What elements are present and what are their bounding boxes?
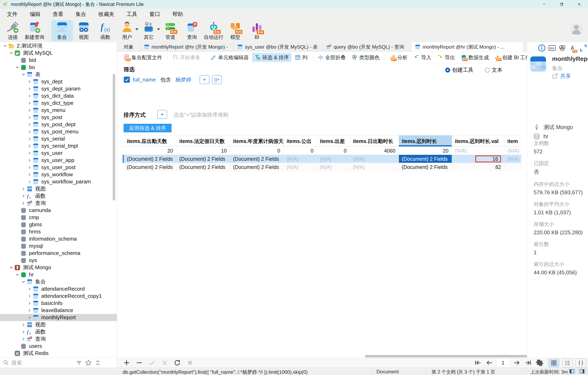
chevron-down-icon[interactable] [2, 43, 8, 49]
add-record-icon[interactable] [123, 359, 130, 366]
chevron-right-icon[interactable] [27, 86, 32, 92]
tree-item-sys_post[interactable]: sys_post [0, 114, 117, 121]
add-condition-button[interactable]: + [200, 75, 209, 84]
tree-item-视图[interactable]: 视图 [0, 321, 117, 328]
table-cell[interactable]: (Document) 2 Fields [399, 163, 452, 171]
chevron-right-icon[interactable] [27, 129, 32, 134]
toggle-left-pane-icon[interactable] [567, 368, 576, 374]
table-cell[interactable]: (N/A) [504, 155, 521, 163]
chevron-right-icon[interactable] [21, 201, 26, 206]
tree-item-函数[interactable]: fx函数 [0, 328, 117, 335]
table-cell[interactable]: (Document) 2 Fields [230, 163, 284, 171]
toggle-right-pane-icon[interactable] [578, 368, 586, 374]
toolbar-model-button[interactable]: Ent模型 [224, 20, 246, 42]
chevron-right-icon[interactable] [27, 172, 32, 177]
chevron-right-icon[interactable] [27, 115, 32, 120]
tree-item-attendanceRecord_copy1[interactable]: attendanceRecord_copy1 [0, 292, 117, 300]
table-cell[interactable]: (Document) 2 Fields [177, 163, 230, 171]
ddl-icon[interactable]: DDL [548, 44, 556, 52]
tab-4[interactable]: monthlyReport @hr (测试 Mongo) - ... [411, 42, 524, 52]
tab-2[interactable]: sys_user @bo (开发 MySQL) - 表 [233, 42, 322, 52]
toolbar-user-button[interactable]: 用户 [116, 20, 138, 42]
chevron-right-icon[interactable] [27, 315, 32, 320]
tree-item-camunda[interactable]: camunda [0, 207, 117, 214]
toolbar-bi-button[interactable]: EntBI [246, 20, 268, 42]
condition-field[interactable]: full_name [133, 77, 156, 83]
table-cell[interactable]: (N/A) [350, 155, 399, 163]
tree-item-attendanceRecord[interactable]: attendanceRecord [0, 285, 117, 292]
tree-item-函数[interactable]: fx函数 [0, 192, 117, 199]
tree-item-测试 Mongo[interactable]: 测试 Mongo [0, 264, 117, 271]
first-page-icon[interactable] [474, 359, 482, 367]
toolbar-pipeline-button[interactable]: Ent管道 [159, 20, 181, 42]
chevron-right-icon[interactable] [21, 186, 26, 192]
tree-item-users[interactable]: users [0, 343, 117, 350]
list-view-icon[interactable] [562, 359, 573, 367]
chevron-down-icon[interactable] [21, 72, 26, 77]
tab-3[interactable]: query @bo (开发 MySQL) - 查询 [322, 42, 411, 52]
apply-filter-sort-button[interactable]: 应用筛选 & 排序 [124, 124, 172, 132]
tree-item-sys_user_app[interactable]: sys_user_app [0, 157, 117, 164]
toolbar-function-button[interactable]: f(x)函数 [94, 20, 116, 42]
chevron-right-icon[interactable] [21, 336, 26, 342]
chevron-down-icon[interactable] [9, 265, 14, 270]
chevron-right-icon[interactable] [27, 136, 32, 142]
chevron-right-icon[interactable] [27, 179, 32, 184]
tree-item-information_schema[interactable]: information_schema [0, 235, 117, 242]
toolbar-query-big-button[interactable]: 查询 [181, 20, 203, 42]
column-header[interactable]: items.应出勤天数 [124, 135, 177, 147]
share-link[interactable]: 共享 [552, 73, 571, 80]
table-cell[interactable]: (N/A) [317, 155, 350, 163]
tree-item-basicInfo[interactable]: basicInfo [0, 300, 117, 307]
table-cell[interactable]: 0 [230, 147, 284, 155]
subtool-profile-button[interactable]: Ent集合配置文件 [121, 53, 165, 62]
page-number-input[interactable]: 1 [497, 359, 509, 367]
tree-item-表[interactable]: 表 [0, 71, 117, 78]
tree-item-bid[interactable]: bid [0, 57, 117, 64]
column-header[interactable]: items.年度累计病假天数 [230, 135, 284, 147]
chevron-right-icon[interactable] [27, 143, 32, 149]
table-cell[interactable]: (Document) 2 Fields [124, 163, 177, 171]
chevron-right-icon[interactable] [27, 101, 32, 106]
chevron-right-icon[interactable] [27, 308, 32, 313]
toolbar-autorun-button[interactable]: Ent自动运行 [203, 20, 224, 42]
chevron-right-icon[interactable] [27, 108, 32, 113]
chevron-down-icon[interactable] [15, 65, 20, 70]
toolbar-new-query-button[interactable]: 新建查询 [24, 20, 45, 42]
tree-item-2.测试环境[interactable]: 2.测试环境 [0, 42, 117, 49]
column-header[interactable]: items.日出勤时长 [350, 135, 399, 147]
tree-item-mysql[interactable]: mysql [0, 242, 117, 250]
tree-item-sys_workflow_param[interactable]: sys_workflow_param [0, 178, 117, 185]
cancel-record-icon[interactable] [161, 359, 168, 366]
stop-record-icon[interactable] [186, 359, 194, 366]
tree-item-bo[interactable]: bo [0, 64, 117, 71]
chevron-down-icon[interactable] [9, 51, 14, 56]
tree-item-sys_dept[interactable]: sys_dept [0, 78, 117, 85]
column-header[interactable]: items.迟到时长.val [452, 135, 504, 147]
tree-item-sys_user_post[interactable]: sys_user_post [0, 164, 117, 171]
subtool-filter-sort-button[interactable]: 筛选 & 排序 [252, 53, 292, 62]
subtool-import-button[interactable]: 导入 [411, 53, 434, 62]
table-cell[interactable] [504, 163, 521, 171]
chevron-right-icon[interactable] [27, 122, 32, 127]
table-cell[interactable]: (N/A) [350, 163, 399, 171]
subtool-columns-button[interactable]: 列 [292, 53, 310, 62]
grid-view-icon[interactable] [549, 359, 559, 367]
add-sort-button[interactable]: + [157, 110, 167, 119]
table-cell[interactable]: 20 [399, 147, 452, 155]
json-view-icon[interactable] [576, 359, 586, 367]
expand-panel-icon[interactable] [579, 44, 587, 52]
chevron-right-icon[interactable] [27, 301, 32, 306]
tree-item-测试 MySQL[interactable]: 测试 MySQL [0, 49, 117, 57]
remove-record-icon[interactable] [136, 359, 143, 366]
tree-item-查询[interactable]: 查询 [0, 335, 117, 343]
column-header[interactable]: items.出差 [317, 135, 350, 147]
toolbar-connection-button[interactable]: 连接 [2, 20, 24, 42]
tree-item-sys_workflow[interactable]: sys_workflow [0, 171, 117, 178]
tree-item-sys_serial[interactable]: sys_serial [0, 135, 117, 142]
radio-text[interactable]: 文本 [485, 66, 503, 73]
table-cell[interactable]: (N/A) [284, 155, 317, 163]
tree-item-视图[interactable]: 视图 [0, 185, 117, 192]
subtool-collapse-button[interactable]: 全部折叠 [315, 53, 348, 62]
column-header[interactable]: items.公出 [284, 135, 317, 147]
